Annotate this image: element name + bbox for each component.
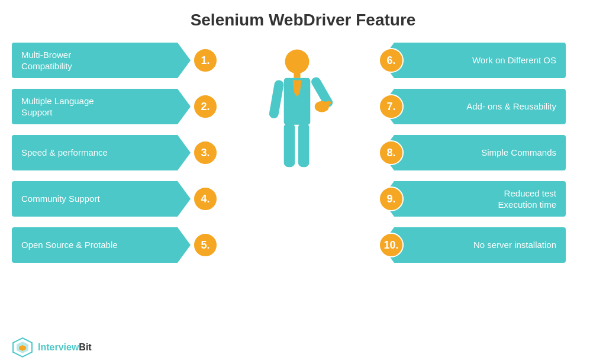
right-badge-7: 7. (379, 94, 404, 119)
svg-rect-8 (284, 123, 295, 167)
left-item-text-5: Open Source & Protable (21, 239, 118, 251)
svg-point-0 (285, 50, 310, 74)
left-item-text-1: Multi-Brower Compatibility (21, 49, 72, 72)
left-badge-3: 3. (193, 140, 218, 165)
right-item-10: 10.No server installation (381, 225, 594, 265)
logo-prefix: Interview (38, 342, 79, 352)
center-column (250, 40, 344, 200)
right-item-text-7: Add- ons & Reusability (466, 101, 556, 112)
interviewbit-logo-icon (12, 337, 33, 358)
right-column: 6.Work on Different OS7.Add- ons & Reusa… (381, 40, 594, 265)
person-figure (262, 46, 333, 200)
right-badge-10: 10. (379, 233, 404, 257)
left-item-5: Open Source & Protable5. (12, 225, 213, 265)
right-item-text-6: Work on Different OS (472, 54, 556, 66)
left-column: Multi-Brower Compatibility1.Multiple Lan… (12, 40, 213, 265)
content-area: Multi-Brower Compatibility1.Multiple Lan… (12, 40, 594, 265)
left-badge-2: 2. (193, 94, 218, 119)
left-item-1: Multi-Brower Compatibility1. (12, 40, 213, 80)
right-item-7: 7.Add- ons & Reusability (381, 86, 594, 127)
right-badge-6: 6. (379, 48, 404, 73)
logo-suffix: Bit (79, 342, 91, 352)
svg-rect-1 (294, 73, 300, 78)
page-title: Selenium WebDriver Feature (12, 11, 594, 30)
left-item-4: Community Support4. (12, 179, 213, 219)
left-badge-5: 5. (193, 233, 218, 257)
right-item-8: 8.Simple Commands (381, 133, 594, 173)
right-item-text-8: Simple Commands (481, 147, 556, 159)
left-item-text-4: Community Support (21, 193, 100, 205)
right-item-text-9: Reduced test Execution time (498, 188, 556, 211)
footer: InterviewBit (12, 337, 92, 358)
left-badge-1: 1. (193, 48, 218, 73)
svg-rect-9 (298, 123, 310, 167)
right-item-9: 9.Reduced test Execution time (381, 179, 594, 219)
right-item-6: 6.Work on Different OS (381, 40, 594, 80)
right-badge-9: 9. (379, 186, 404, 211)
right-item-text-10: No server installation (473, 239, 556, 251)
left-item-text-2: Multiple Language Support (21, 95, 94, 118)
left-badge-4: 4. (193, 186, 218, 211)
right-badge-8: 8. (379, 140, 404, 165)
left-item-2: Multiple Language Support2. (12, 86, 213, 127)
svg-rect-4 (269, 79, 285, 119)
left-item-text-3: Speed & performance (21, 147, 108, 159)
left-item-3: Speed & performance3. (12, 133, 213, 173)
page: Selenium WebDriver Feature Multi-Brower … (0, 0, 606, 364)
logo-text: InterviewBit (38, 342, 92, 353)
